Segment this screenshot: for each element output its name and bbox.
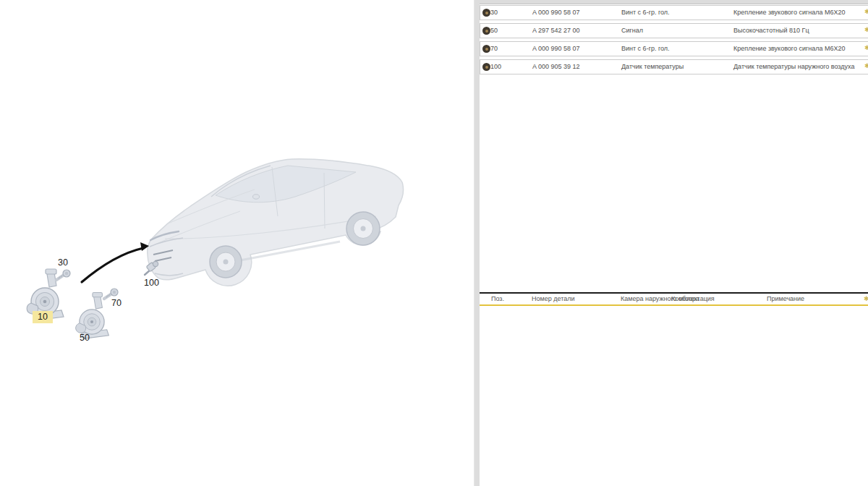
part-note: Датчик температуры наружного воздуха <box>733 60 854 74</box>
part-name: Датчик температуры <box>621 60 684 74</box>
callout-70[interactable]: 70 <box>111 298 122 309</box>
part-pos: 50 <box>490 24 498 38</box>
pointer-arrow <box>82 242 149 282</box>
part-pos: 30 <box>490 6 498 20</box>
part-number: A 000 905 39 12 <box>532 60 580 74</box>
star-icon[interactable]: ✱ <box>864 8 868 15</box>
part-note: Высокочастотный 810 Гц <box>733 24 809 38</box>
diagram-panel: 10 30 50 70 100 <box>0 0 474 486</box>
part-pos: 70 <box>490 42 498 56</box>
header-part-number: Номер детали <box>532 295 574 302</box>
header-note: Примечание <box>767 295 804 302</box>
part-name: Винт с 6-гр. гол. <box>621 6 670 20</box>
car-illustration <box>148 159 404 286</box>
vehicle-diagram <box>0 0 474 486</box>
part-info-icon[interactable] <box>482 27 490 35</box>
star-icon[interactable]: ✱ <box>864 44 868 51</box>
part-number: A 297 542 27 00 <box>532 24 580 38</box>
callout-10[interactable]: 10 <box>33 311 53 323</box>
part-note: Крепление звукового сигнала М6Х20 <box>733 6 845 20</box>
part-row-70[interactable]: 70 A 000 990 58 07 Винт с 6-гр. гол. Кре… <box>480 41 868 56</box>
bolt-part-30[interactable] <box>56 270 70 280</box>
part-pos: 100 <box>490 60 501 74</box>
part-info-icon[interactable] <box>482 9 490 17</box>
star-icon[interactable]: ✱ <box>864 62 868 69</box>
callout-50[interactable]: 50 <box>80 333 90 344</box>
part-number: A 000 990 58 07 <box>532 42 580 56</box>
part-info-icon[interactable] <box>482 45 490 53</box>
part-row-50[interactable]: 50 A 297 542 27 00 Сигнал Высокочастотны… <box>480 23 868 38</box>
header-pos: Поз. <box>491 295 504 302</box>
part-number: A 000 990 58 07 <box>532 6 580 20</box>
next-section-header: Поз. Номер детали Камера наружного обзор… <box>480 292 868 306</box>
partial-scrolled-row[interactable] <box>480 0 868 4</box>
star-icon[interactable]: ✱ <box>864 295 868 302</box>
parts-list-panel: 30 A 000 990 58 07 Винт с 6-гр. гол. Кре… <box>480 0 868 486</box>
part-name: Винт с 6-гр. гол. <box>621 42 670 56</box>
header-equipment: Комплектация <box>671 295 715 302</box>
part-row-30[interactable]: 30 A 000 990 58 07 Винт с 6-гр. гол. Кре… <box>480 5 868 20</box>
accent-underline <box>480 304 868 306</box>
epc-screen: 10 30 50 70 100 30 A 000 990 58 07 Винт … <box>0 0 868 486</box>
part-name: Сигнал <box>621 24 643 38</box>
part-row-100[interactable]: 100 A 000 905 39 12 Датчик температуры Д… <box>480 59 868 74</box>
bolt-part-70[interactable] <box>104 289 118 299</box>
callout-100[interactable]: 100 <box>144 278 159 289</box>
part-info-icon[interactable] <box>482 63 490 71</box>
callout-30[interactable]: 30 <box>58 257 68 268</box>
part-note: Крепление звукового сигнала М6Х20 <box>733 42 845 56</box>
star-icon[interactable]: ✱ <box>864 26 868 33</box>
